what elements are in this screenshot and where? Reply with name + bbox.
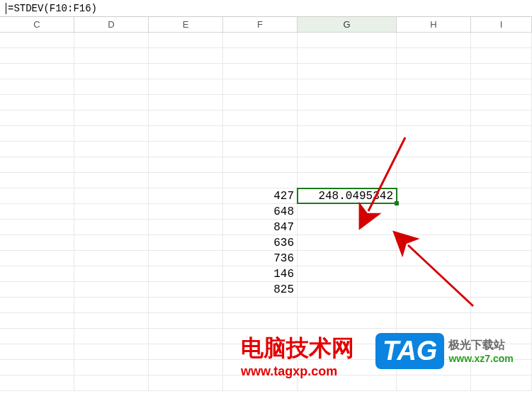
cell-c[interactable] — [0, 375, 74, 390]
cell-i[interactable] — [471, 266, 532, 281]
cell-e[interactable] — [149, 266, 223, 281]
cell-g[interactable] — [298, 126, 397, 141]
cell-g[interactable] — [298, 111, 397, 125]
cell-g[interactable] — [298, 266, 397, 281]
cell-d[interactable] — [74, 188, 149, 203]
cell-d[interactable] — [74, 329, 149, 344]
cell-h[interactable] — [397, 313, 471, 328]
column-header-e[interactable]: E — [149, 17, 223, 32]
cell-f[interactable] — [223, 48, 298, 63]
cell-f[interactable]: 847 — [223, 220, 298, 235]
cell-h[interactable] — [397, 64, 471, 79]
cell-f[interactable] — [223, 298, 298, 312]
column-header-i[interactable]: I — [471, 17, 532, 32]
cell-e[interactable] — [149, 360, 223, 375]
cell-i[interactable] — [471, 157, 532, 172]
cell-f[interactable]: 636 — [223, 235, 298, 250]
cell-g[interactable] — [298, 220, 397, 235]
cell-g[interactable] — [298, 298, 397, 312]
cell-i[interactable] — [471, 282, 532, 297]
cell-f[interactable] — [223, 111, 298, 125]
cell-c[interactable] — [0, 79, 74, 94]
cell-e[interactable] — [149, 173, 223, 188]
cell-f[interactable] — [223, 157, 298, 172]
cell-e[interactable] — [149, 111, 223, 125]
cell-g[interactable] — [298, 313, 397, 328]
cell-d[interactable] — [74, 298, 149, 312]
cell-e[interactable] — [149, 64, 223, 79]
cell-f[interactable]: 736 — [223, 251, 298, 266]
cell-d[interactable] — [74, 79, 149, 94]
column-header-g[interactable]: G — [298, 17, 397, 32]
cell-f[interactable]: 427 — [223, 188, 298, 203]
cell-e[interactable] — [149, 95, 223, 110]
cell-h[interactable] — [397, 204, 471, 219]
cell-g[interactable] — [298, 33, 397, 47]
cell-f[interactable] — [223, 79, 298, 94]
cell-e[interactable] — [149, 204, 223, 219]
cell-d[interactable] — [74, 266, 149, 281]
formula-bar[interactable]: =STDEV(F10:F16) — [0, 0, 532, 17]
cell-g[interactable] — [298, 48, 397, 63]
cell-c[interactable] — [0, 220, 74, 235]
cell-d[interactable] — [74, 126, 149, 141]
cell-f[interactable] — [223, 126, 298, 141]
cell-h[interactable] — [397, 298, 471, 312]
cell-c[interactable] — [0, 313, 74, 328]
cell-c[interactable] — [0, 142, 74, 157]
cell-e[interactable] — [149, 313, 223, 328]
cell-c[interactable] — [0, 204, 74, 219]
cell-d[interactable] — [74, 220, 149, 235]
cell-i[interactable] — [471, 111, 532, 125]
cell-c[interactable] — [0, 266, 74, 281]
cell-c[interactable] — [0, 33, 74, 47]
cell-c[interactable] — [0, 282, 74, 297]
cell-i[interactable] — [471, 142, 532, 157]
cell-h[interactable] — [397, 188, 471, 203]
cell-h[interactable] — [397, 251, 471, 266]
cell-f[interactable]: 825 — [223, 282, 298, 297]
cell-g[interactable] — [298, 79, 397, 94]
cell-g[interactable] — [298, 64, 397, 79]
cell-c[interactable] — [0, 48, 74, 63]
cell-i[interactable] — [471, 313, 532, 328]
cell-f[interactable] — [223, 33, 298, 47]
cell-h[interactable] — [397, 173, 471, 188]
cell-g[interactable] — [298, 235, 397, 250]
cell-f[interactable] — [223, 142, 298, 157]
cell-d[interactable] — [74, 33, 149, 47]
cell-i[interactable] — [471, 204, 532, 219]
cell-c[interactable] — [0, 157, 74, 172]
cell-d[interactable] — [74, 235, 149, 250]
cell-g[interactable] — [298, 142, 397, 157]
cell-d[interactable] — [74, 282, 149, 297]
cell-e[interactable] — [149, 188, 223, 203]
cell-f[interactable]: 146 — [223, 266, 298, 281]
cell-d[interactable] — [74, 375, 149, 390]
cell-h[interactable] — [397, 266, 471, 281]
cell-f[interactable] — [223, 95, 298, 110]
cell-c[interactable] — [0, 64, 74, 79]
cell-h[interactable] — [397, 375, 471, 390]
column-header-c[interactable]: C — [0, 17, 74, 32]
cell-e[interactable] — [149, 142, 223, 157]
cell-h[interactable] — [397, 142, 471, 157]
cell-i[interactable] — [471, 126, 532, 141]
cell-d[interactable] — [74, 111, 149, 125]
cell-i[interactable] — [471, 298, 532, 312]
cell-f[interactable] — [223, 64, 298, 79]
cell-g[interactable] — [298, 95, 397, 110]
cell-c[interactable] — [0, 298, 74, 312]
cell-d[interactable] — [74, 95, 149, 110]
cell-g[interactable] — [298, 204, 397, 219]
cell-g[interactable] — [298, 282, 397, 297]
cell-c[interactable] — [0, 173, 74, 188]
cell-i[interactable] — [471, 173, 532, 188]
cell-g[interactable] — [298, 173, 397, 188]
cell-d[interactable] — [74, 313, 149, 328]
cell-i[interactable] — [471, 251, 532, 266]
cell-e[interactable] — [149, 298, 223, 312]
cell-e[interactable] — [149, 48, 223, 63]
cell-f[interactable] — [223, 173, 298, 188]
cell-e[interactable] — [149, 79, 223, 94]
